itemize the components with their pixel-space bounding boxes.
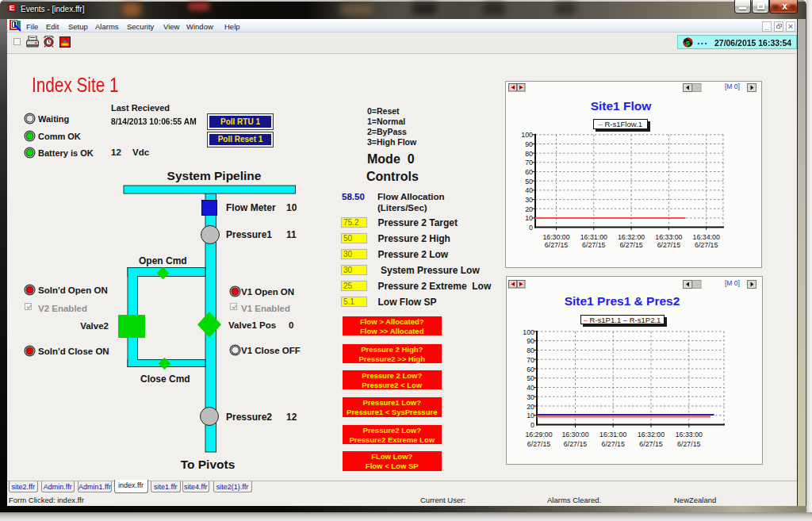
svg-text:40: 40: [527, 384, 534, 392]
svg-text:6/27/15: 6/27/15: [657, 241, 680, 249]
svg-text:6/27/15: 6/27/15: [527, 439, 550, 447]
svg-text:10: 10: [525, 214, 533, 222]
svg-text:16:30:00: 16:30:00: [542, 233, 569, 241]
svg-text:90: 90: [527, 337, 534, 345]
svg-text:6/27/15: 6/27/15: [582, 241, 605, 249]
svg-text:6/27/15: 6/27/15: [601, 439, 624, 447]
svg-text:16:33:00: 16:33:00: [655, 233, 682, 241]
svg-text:16:32:00: 16:32:00: [617, 233, 644, 241]
svg-text:40: 40: [525, 186, 533, 194]
svg-text:100: 100: [523, 328, 534, 335]
svg-text:80: 80: [525, 150, 533, 158]
svg-text:60: 60: [527, 365, 534, 373]
svg-text:16:31:00: 16:31:00: [580, 233, 607, 241]
svg-text:20: 20: [527, 402, 534, 410]
svg-text:30: 30: [525, 196, 533, 204]
svg-text:6/27/15: 6/27/15: [695, 241, 718, 249]
svg-text:50: 50: [527, 374, 534, 382]
svg-text:30: 30: [527, 393, 534, 400]
svg-text:0: 0: [529, 224, 533, 232]
svg-text:50: 50: [525, 178, 533, 186]
svg-text:100: 100: [521, 131, 533, 139]
svg-text:6/27/15: 6/27/15: [677, 439, 700, 447]
svg-text:16:29:00: 16:29:00: [525, 431, 552, 439]
svg-text:20: 20: [525, 205, 533, 213]
svg-text:16:31:00: 16:31:00: [599, 431, 626, 439]
svg-text:90: 90: [525, 140, 533, 148]
svg-text:0: 0: [530, 421, 534, 429]
svg-text:S: S: [686, 40, 691, 47]
svg-text:6/27/15: 6/27/15: [619, 241, 642, 249]
svg-text:16:33:00: 16:33:00: [675, 431, 702, 439]
svg-text:6/27/15: 6/27/15: [639, 439, 662, 447]
svg-text:10: 10: [527, 412, 534, 419]
svg-text:16:34:00: 16:34:00: [692, 233, 719, 241]
svg-text:80: 80: [527, 347, 534, 354]
svg-text:60: 60: [525, 168, 533, 176]
svg-text:6/27/15: 6/27/15: [544, 241, 567, 249]
svg-text:16:32:00: 16:32:00: [637, 431, 664, 439]
svg-text:70: 70: [527, 355, 534, 363]
svg-text:6/27/15: 6/27/15: [563, 439, 586, 447]
svg-text:70: 70: [525, 159, 533, 167]
svg-text:16:30:00: 16:30:00: [561, 431, 588, 439]
